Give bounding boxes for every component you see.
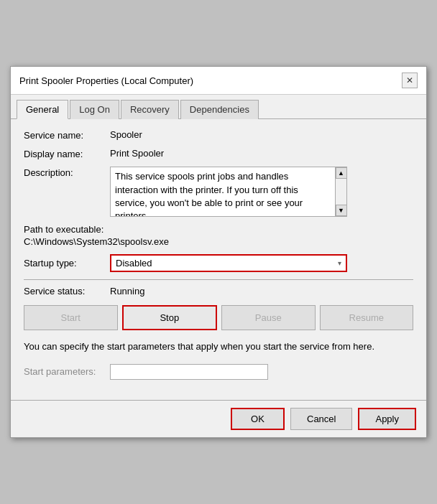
display-name-row: Display name: Print Spooler xyxy=(24,148,413,159)
cancel-button[interactable]: Cancel xyxy=(290,408,352,430)
service-control-buttons: Start Stop Pause Resume xyxy=(24,305,413,330)
description-row: Description: This service spools print j… xyxy=(24,167,413,217)
startup-type-value: Disabled xyxy=(116,258,152,269)
service-status-label: Service status: xyxy=(24,286,110,297)
display-name-label: Display name: xyxy=(24,148,110,159)
service-status-row: Service status: Running xyxy=(24,286,413,297)
service-name-value: Spooler xyxy=(110,129,142,140)
start-params-input[interactable] xyxy=(110,364,268,380)
service-name-row: Service name: Spooler xyxy=(24,129,413,141)
tab-general[interactable]: General xyxy=(17,100,68,119)
dialog-window: Print Spooler Properties (Local Computer… xyxy=(10,66,427,437)
apply-button[interactable]: Apply xyxy=(358,408,416,430)
path-section: Path to executable: C:\Windows\System32\… xyxy=(24,224,413,247)
tabs-container: General Log On Recovery Dependencies xyxy=(11,95,426,119)
dropdown-arrow-icon: ▾ xyxy=(338,259,341,267)
start-button[interactable]: Start xyxy=(24,305,118,330)
description-box: This service spools print jobs and handl… xyxy=(110,167,347,217)
hint-text: You can specify the start parameters tha… xyxy=(24,340,413,353)
display-name-value: Print Spooler xyxy=(110,148,164,159)
description-text: This service spools print jobs and handl… xyxy=(115,170,342,217)
ok-button[interactable]: OK xyxy=(231,408,285,430)
start-params-label: Start parameters: xyxy=(24,366,110,377)
startup-type-row: Startup type: Disabled ▾ xyxy=(24,254,413,272)
service-status-value: Running xyxy=(110,286,144,297)
stop-button[interactable]: Stop xyxy=(122,305,218,330)
description-label: Description: xyxy=(24,167,110,178)
scrollbar[interactable]: ▲ ▼ xyxy=(335,167,346,216)
service-name-label: Service name: xyxy=(24,129,110,141)
start-params-row: Start parameters: xyxy=(24,364,413,380)
pause-button[interactable]: Pause xyxy=(221,305,316,330)
path-value: C:\Windows\System32\spoolsv.exe xyxy=(24,236,413,247)
main-content: Service name: Spooler Display name: Prin… xyxy=(11,119,426,399)
window-title: Print Spooler Properties (Local Computer… xyxy=(19,75,193,86)
tab-recovery[interactable]: Recovery xyxy=(121,100,179,119)
resume-button[interactable]: Resume xyxy=(320,305,414,330)
scroll-down-icon[interactable]: ▼ xyxy=(336,205,347,216)
divider xyxy=(24,279,413,280)
title-bar: Print Spooler Properties (Local Computer… xyxy=(11,67,426,95)
startup-type-label: Startup type: xyxy=(24,258,110,269)
scroll-up-icon[interactable]: ▲ xyxy=(336,167,347,179)
path-label: Path to executable: xyxy=(24,224,413,235)
startup-type-select[interactable]: Disabled ▾ xyxy=(110,254,347,272)
dialog-footer: OK Cancel Apply xyxy=(11,400,426,437)
tab-dependencies[interactable]: Dependencies xyxy=(180,100,259,119)
close-button[interactable]: ✕ xyxy=(402,73,418,88)
tab-logon[interactable]: Log On xyxy=(70,100,119,119)
